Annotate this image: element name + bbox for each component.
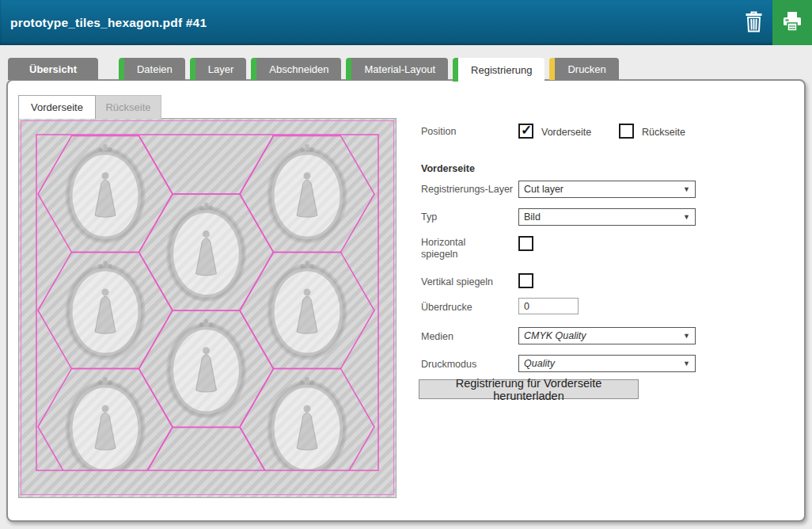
medien-dropdown[interactable]: CMYK Quality ▼ xyxy=(518,327,696,344)
checkmark-icon: ✓ xyxy=(521,122,532,139)
preview-canvas-svg xyxy=(19,119,396,497)
side-tab-bar: Vorderseite Rückseite xyxy=(18,95,161,119)
title-bar: prototype_tiles_hexagon.pdf #41 xyxy=(0,0,812,45)
ueberdrucke-label: Überdrucke xyxy=(421,302,472,314)
typ-label: Typ xyxy=(421,211,437,223)
chevron-down-icon: ▼ xyxy=(683,360,690,367)
position-label: Position xyxy=(421,126,456,138)
position-rueckseite-checkbox[interactable] xyxy=(619,124,634,139)
chevron-down-icon: ▼ xyxy=(683,185,690,193)
druckmodus-dropdown[interactable]: Quality ▼ xyxy=(518,355,696,372)
chevron-down-icon: ▼ xyxy=(683,213,690,221)
chevron-down-icon: ▼ xyxy=(683,332,690,340)
tab-uebersicht[interactable]: Übersicht xyxy=(8,58,98,80)
subtab-rueckseite[interactable]: Rückseite xyxy=(96,95,161,119)
tab-material-layout[interactable]: Material-Layout xyxy=(346,58,448,80)
subtab-vorderseite[interactable]: Vorderseite xyxy=(18,95,96,119)
horizontal-spiegeln-label: Horizontal spiegeln xyxy=(421,237,483,261)
typ-dropdown[interactable]: Bild ▼ xyxy=(518,208,696,226)
main-tab-bar: Übersicht Dateien Layer Abschneiden Mate… xyxy=(8,58,624,82)
print-button[interactable] xyxy=(772,0,812,45)
vertikal-spiegeln-label: Vertikal spiegeln xyxy=(421,276,493,288)
tab-abschneiden[interactable]: Abschneiden xyxy=(251,58,341,80)
position-vorderseite-label: Vorderseite xyxy=(541,127,591,138)
vertikal-spiegeln-checkbox[interactable] xyxy=(518,273,533,288)
position-vorderseite-checkbox[interactable]: ✓ xyxy=(518,124,533,139)
tab-registrierung[interactable]: Registrierung xyxy=(453,58,544,82)
tab-drucken[interactable]: Drucken xyxy=(549,58,618,80)
download-registrierung-button[interactable]: Registrierung für Vorderseite herunterla… xyxy=(419,379,639,399)
druckmodus-label: Druckmodus xyxy=(421,359,476,371)
typ-value: Bild xyxy=(524,211,683,223)
trash-icon xyxy=(745,11,763,35)
ueberdrucke-input[interactable] xyxy=(518,298,579,314)
medien-label: Medien xyxy=(421,331,453,343)
delete-button[interactable] xyxy=(734,0,772,45)
section-heading: Vorderseite xyxy=(421,163,475,174)
druckmodus-value: Quality xyxy=(524,358,683,369)
position-rueckseite-label: Rückseite xyxy=(642,127,685,138)
layout-preview xyxy=(18,118,397,498)
registrierungs-layer-label: Registrierungs-Layer xyxy=(421,184,513,196)
registrierung-panel: Vorderseite Rückseite Position ✓ Vorders… xyxy=(6,79,806,522)
document-title: prototype_tiles_hexagon.pdf #41 xyxy=(0,16,734,30)
registrierungs-layer-value: Cut layer xyxy=(524,184,683,195)
tab-layer[interactable]: Layer xyxy=(190,58,247,80)
tab-dateien[interactable]: Dateien xyxy=(119,58,185,80)
printer-icon xyxy=(782,11,803,34)
registrierungs-layer-dropdown[interactable]: Cut layer ▼ xyxy=(518,181,696,198)
medien-value: CMYK Quality xyxy=(524,330,683,341)
horizontal-spiegeln-checkbox[interactable] xyxy=(518,236,533,251)
